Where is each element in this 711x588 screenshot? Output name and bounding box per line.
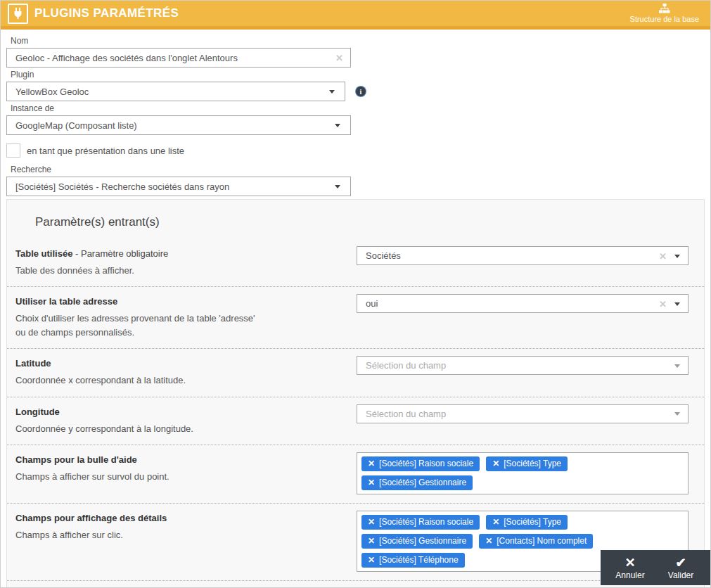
plugin-select[interactable]: YellowBox Geoloc — [6, 82, 345, 101]
param-control: Sélection du champ — [357, 356, 688, 375]
chevron-down-icon[interactable] — [674, 302, 680, 306]
chip-remove-icon[interactable]: ✕ — [368, 459, 375, 468]
plugin-row: YellowBox Geoloc i — [6, 82, 710, 101]
param-row-longitude: Longitude Coordonnée y correspondant à l… — [7, 397, 704, 445]
param-description: Table des données à afficher. — [15, 264, 357, 278]
table-utilisee-select[interactable]: Sociétés ✕ — [357, 246, 688, 265]
param-row-table-adresse: Utiliser la table adresse Choix d'utilis… — [7, 287, 704, 349]
chip-societes-gestionnaire[interactable]: ✕[Sociétés] Gestionnaire — [361, 475, 473, 490]
latitude-placeholder: Sélection du champ — [366, 360, 446, 371]
validate-button[interactable]: ✔ Valider — [660, 556, 702, 580]
chip-remove-icon[interactable]: ✕ — [492, 517, 499, 527]
param-title: Latitude — [15, 358, 357, 369]
chip-societes-type[interactable]: ✕[Sociétés] Type — [486, 515, 568, 530]
param-label-block: Latitude Coordonnée x correspondant à la… — [7, 356, 357, 388]
table-utilisee-value: Sociétés — [366, 250, 401, 261]
param-title: Table utilisée - Paramètre obligatoire — [15, 248, 357, 259]
instance-label: Instance de — [11, 103, 710, 113]
chip-societes-raison-sociale[interactable]: ✕[Sociétés] Raison sociale — [361, 456, 480, 471]
sitemap-icon — [659, 4, 670, 13]
table-adresse-select[interactable]: oui ✕ — [357, 294, 688, 313]
cancel-label: Annuler — [615, 570, 644, 580]
instance-value: GoogleMap (Composant liste) — [15, 120, 137, 131]
nom-value: Geoloc - Affichage des sociétés dans l'o… — [15, 53, 238, 63]
chevron-down-icon[interactable] — [329, 90, 335, 94]
clear-icon[interactable]: ✕ — [659, 251, 667, 260]
param-description: Coordonnée y correspondant à la longitud… — [15, 422, 357, 436]
plugin-settings-page: PLUGINS PARAMÉTRÉS Structure de la base … — [0, 0, 711, 588]
param-title: Longitude — [15, 407, 357, 417]
param-title: Utiliser la table adresse — [15, 296, 357, 307]
param-row-bulle-aide: Champs pour la bulle d'aide Champs à aff… — [7, 445, 704, 504]
param-description: Coordonnée x correspondant à la latitude… — [15, 373, 357, 388]
param-control: ✕[Sociétés] Raison sociale ✕[Sociétés] T… — [357, 452, 688, 494]
structure-de-la-base-label: Structure de la base — [630, 15, 699, 23]
chip-societes-telephone[interactable]: ✕[Sociétés] Téléphone — [361, 553, 465, 568]
param-label-block: Longitude Coordonnée y correspondant à l… — [7, 404, 357, 436]
chevron-down-icon[interactable] — [674, 364, 680, 368]
recherche-select[interactable]: [Sociétés] Sociétés - Recherche sociétés… — [6, 177, 351, 196]
param-row-affichage-details: Champs pour affichage des détails Champs… — [7, 504, 704, 581]
plugin-value: YellowBox Geoloc — [15, 87, 89, 97]
chip-remove-icon[interactable]: ✕ — [368, 478, 375, 487]
param-title: Champs pour la bulle d'aide — [15, 454, 357, 465]
param-row-champ-rupture: Sélection du champ de rupture La valeur … — [7, 581, 704, 588]
chip-remove-icon[interactable]: ✕ — [368, 536, 375, 546]
info-icon[interactable]: i — [356, 87, 366, 96]
param-title: Champs pour affichage des détails — [15, 513, 357, 523]
bulle-aide-chips-box[interactable]: ✕[Sociétés] Raison sociale ✕[Sociétés] T… — [357, 452, 688, 494]
parametres-entrants-heading: Paramètre(s) entrant(s) — [7, 200, 704, 239]
recherche-value: [Sociétés] Sociétés - Recherche sociétés… — [15, 181, 229, 192]
validate-label: Valider — [668, 570, 693, 580]
chip-remove-icon[interactable]: ✕ — [492, 459, 499, 468]
param-label-block: Champs pour affichage des détails Champs… — [7, 511, 357, 542]
latitude-select[interactable]: Sélection du champ — [357, 356, 688, 375]
plug-icon-glyph — [13, 8, 23, 20]
structure-de-la-base-button[interactable]: Structure de la base — [626, 2, 703, 25]
clear-nom-icon[interactable]: ✕ — [335, 53, 343, 63]
chip-remove-icon[interactable]: ✕ — [368, 555, 375, 565]
plug-icon — [8, 4, 28, 24]
chevron-down-icon[interactable] — [674, 412, 680, 416]
chip-remove-icon[interactable]: ✕ — [368, 517, 375, 527]
presentation-checkbox[interactable] — [6, 143, 20, 158]
nom-label: Nom — [11, 36, 710, 46]
longitude-placeholder: Sélection du champ — [366, 409, 446, 419]
longitude-select[interactable]: Sélection du champ — [357, 404, 688, 423]
chip-remove-icon[interactable]: ✕ — [485, 536, 492, 546]
param-control: Sélection du champ — [357, 404, 688, 423]
param-label-block: Table utilisée - Paramètre obligatoire T… — [7, 246, 357, 278]
param-row-table-utilisee: Table utilisée - Paramètre obligatoire T… — [7, 239, 704, 287]
param-control: Sociétés ✕ — [357, 246, 688, 265]
param-description: Champs à afficher sur survol du point. — [15, 470, 357, 484]
param-control: oui ✕ — [357, 294, 688, 313]
parametres-entrants-panel: Paramètre(s) entrant(s) Table utilisée -… — [6, 199, 705, 588]
presentation-checkbox-row: en tant que présentation dans une liste — [6, 143, 710, 158]
header-bar: PLUGINS PARAMÉTRÉS Structure de la base — [1, 1, 710, 30]
nom-input[interactable]: Geoloc - Affichage des sociétés dans l'o… — [6, 48, 351, 68]
clear-icon[interactable]: ✕ — [659, 299, 667, 308]
table-adresse-value: oui — [366, 298, 378, 309]
chevron-down-icon[interactable] — [674, 255, 680, 258]
chip-societes-gestionnaire[interactable]: ✕[Sociétés] Gestionnaire — [361, 534, 473, 549]
chip-societes-raison-sociale[interactable]: ✕[Sociétés] Raison sociale — [361, 515, 480, 530]
param-description: Champs à afficher sur clic. — [15, 528, 357, 542]
chip-societes-type[interactable]: ✕[Sociétés] Type — [486, 456, 568, 471]
plugin-form: Nom Geoloc - Affichage des sociétés dans… — [1, 30, 710, 196]
chevron-down-icon[interactable] — [335, 185, 340, 188]
page-title: PLUGINS PARAMÉTRÉS — [34, 6, 179, 20]
param-row-latitude: Latitude Coordonnée x correspondant à la… — [7, 349, 704, 397]
param-label-block: Champs pour la bulle d'aide Champs à aff… — [7, 452, 357, 484]
cancel-button[interactable]: ✕ Annuler — [609, 556, 651, 580]
chip-contacts-nom-complet[interactable]: ✕[Contacts] Nom complet — [479, 534, 593, 549]
footer-action-bar: ✕ Annuler ✔ Valider — [601, 550, 710, 585]
param-description: Choix d'utiliser les adresses provenant … — [15, 312, 357, 340]
recherche-label: Recherche — [11, 165, 710, 174]
presentation-checkbox-label: en tant que présentation dans une liste — [27, 146, 184, 156]
instance-select[interactable]: GoogleMap (Composant liste) — [6, 115, 351, 135]
param-label-block: Utiliser la table adresse Choix d'utilis… — [7, 294, 357, 340]
validate-check-icon: ✔ — [675, 556, 686, 570]
plugin-label: Plugin — [11, 70, 710, 79]
chevron-down-icon[interactable] — [335, 124, 340, 127]
cancel-x-icon: ✕ — [624, 556, 635, 570]
